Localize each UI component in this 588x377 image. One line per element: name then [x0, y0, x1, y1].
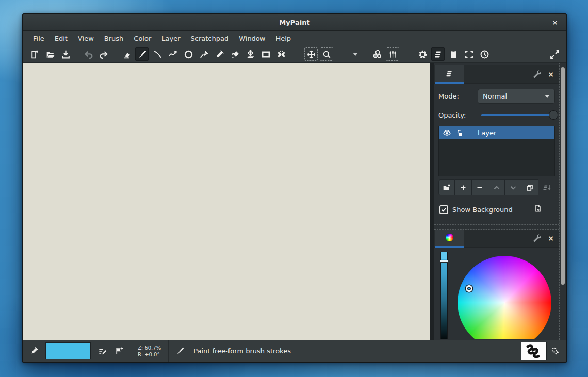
- symmetry-icon[interactable]: [274, 47, 288, 61]
- pan-view-icon[interactable]: [304, 47, 318, 61]
- ellipse-tool-icon[interactable]: [182, 47, 195, 61]
- menu-window[interactable]: Window: [234, 32, 270, 45]
- sidebar-scrollbar[interactable]: [560, 63, 566, 340]
- opacity-slider-track: [481, 114, 552, 116]
- save-file-icon[interactable]: [59, 47, 72, 61]
- opacity-slider[interactable]: [481, 110, 555, 120]
- line-tool-icon[interactable]: [151, 47, 164, 61]
- connected-lines-icon[interactable]: [166, 47, 179, 61]
- statusbar-color-picker-icon[interactable]: [27, 345, 41, 358]
- layers-icon: [445, 69, 454, 78]
- flood-fill-icon[interactable]: [228, 47, 241, 61]
- menu-edit[interactable]: Edit: [50, 32, 73, 45]
- layer-row[interactable]: Layer: [439, 126, 554, 139]
- window-close-button[interactable]: ×: [550, 18, 560, 28]
- move-layer-icon[interactable]: [243, 47, 257, 61]
- duplicate-layer-button[interactable]: [521, 179, 538, 195]
- hsv-color-wheel[interactable]: [458, 256, 551, 339]
- layers-window-icon[interactable]: [431, 47, 445, 61]
- brush-preview[interactable]: [521, 342, 547, 360]
- freehand-brush-icon[interactable]: [135, 47, 149, 61]
- show-background-label: Show Background: [452, 206, 513, 214]
- mypaint-window: MyPaint × File Edit View Brush Color Lay…: [22, 13, 567, 363]
- undo-icon[interactable]: [81, 47, 95, 61]
- opacity-slider-knob[interactable]: [549, 110, 558, 120]
- raise-layer-button[interactable]: [488, 179, 505, 195]
- layer-buttons: [438, 179, 555, 195]
- color-wheel-selector[interactable]: [466, 285, 472, 292]
- background-document-icon[interactable]: [533, 204, 543, 215]
- value-slider[interactable]: [440, 252, 448, 339]
- layers-panel-header: ×: [434, 65, 559, 84]
- eraser-icon[interactable]: [120, 47, 133, 61]
- check-icon: [440, 206, 447, 213]
- layer-visible-eye-icon[interactable]: [443, 128, 451, 137]
- statusbar: Z: 60.7% R: +0.0° Paint free-form brush …: [23, 340, 566, 362]
- show-background-checkbox[interactable]: [439, 205, 448, 214]
- menu-view[interactable]: View: [73, 32, 99, 45]
- color-triad-icon[interactable]: [370, 47, 384, 61]
- zoom-view-icon[interactable]: [320, 47, 333, 61]
- menu-layer[interactable]: Layer: [156, 32, 185, 45]
- layer-unlocked-icon[interactable]: [455, 128, 464, 137]
- expand-view-icon[interactable]: [548, 47, 561, 61]
- layers-panel-wrench-icon[interactable]: [530, 68, 543, 80]
- view-status: Z: 60.7% R: +0.0°: [134, 345, 165, 358]
- layers-tab[interactable]: [435, 65, 464, 84]
- color-panel-close-icon[interactable]: ×: [545, 232, 557, 244]
- preferences-gear-icon[interactable]: [416, 47, 429, 61]
- rotation-value: R: +0.0°: [138, 351, 161, 358]
- menu-scratchpad[interactable]: Scratchpad: [186, 32, 234, 45]
- value-slider-handle[interactable]: [440, 260, 448, 263]
- brush-stroke-preview-icon: [522, 343, 545, 359]
- lower-layer-button[interactable]: [505, 179, 521, 195]
- scratchpad-window-icon[interactable]: [447, 47, 460, 61]
- color-dropper-icon[interactable]: [213, 47, 226, 61]
- window-title: MyPaint: [23, 19, 566, 26]
- tool-hint: Paint free-form brush strokes: [193, 347, 291, 355]
- sidebar: × Mode: Normal Opacity:: [434, 63, 560, 340]
- layer-mode-value: Normal: [483, 92, 507, 100]
- remove-layer-button[interactable]: [472, 179, 488, 195]
- menu-help[interactable]: Help: [270, 32, 296, 45]
- merge-down-button[interactable]: [538, 179, 555, 195]
- new-layer-group-button[interactable]: [438, 179, 455, 195]
- sidebar-scrollbar-thumb[interactable]: [561, 67, 565, 285]
- menu-brush[interactable]: Brush: [99, 32, 129, 45]
- dock-gap: [430, 63, 434, 340]
- dropdown-arrow-icon: [545, 95, 550, 98]
- main-area: × Mode: Normal Opacity:: [23, 63, 566, 340]
- color-panel-header: ×: [434, 230, 559, 248]
- canvas[interactable]: [23, 63, 430, 340]
- value-slider-current: [441, 252, 447, 259]
- open-file-icon[interactable]: [43, 47, 57, 61]
- current-color-swatch[interactable]: [45, 342, 91, 359]
- menu-file[interactable]: File: [28, 32, 50, 45]
- zoom-level: Z: 60.7%: [138, 345, 161, 351]
- color-panel: ×: [434, 230, 559, 340]
- edit-brush-icon[interactable]: [95, 345, 109, 358]
- tool-options-dropdown-icon[interactable]: [353, 53, 358, 56]
- color-panel-wrench-icon[interactable]: [530, 232, 543, 244]
- opacity-label: Opacity:: [438, 111, 466, 119]
- new-file-icon[interactable]: [28, 47, 41, 61]
- color-wheel-tab[interactable]: [435, 230, 464, 248]
- color-wheel-icon: [446, 234, 453, 241]
- add-layer-button[interactable]: [455, 179, 471, 195]
- titlebar[interactable]: MyPaint ×: [23, 14, 566, 31]
- layer-mode-dropdown[interactable]: Normal: [478, 89, 555, 104]
- history-clock-icon[interactable]: [478, 47, 491, 61]
- menu-color[interactable]: Color: [128, 32, 156, 45]
- bookmark-add-icon[interactable]: [112, 345, 125, 358]
- brush-chooser-icon[interactable]: [386, 47, 399, 61]
- layers-panel: × Mode: Normal Opacity:: [434, 65, 559, 224]
- layer-name: Layer: [478, 129, 496, 137]
- redo-icon[interactable]: [97, 47, 110, 61]
- edit-frame-icon[interactable]: [259, 47, 272, 61]
- layers-panel-close-icon[interactable]: ×: [545, 68, 557, 80]
- inking-tool-icon[interactable]: [197, 47, 210, 61]
- fullscreen-icon[interactable]: [462, 47, 476, 61]
- panel-divider[interactable]: [434, 224, 559, 230]
- brush-target-leaf-icon[interactable]: [548, 345, 562, 358]
- menubar: File Edit View Brush Color Layer Scratch…: [23, 31, 566, 46]
